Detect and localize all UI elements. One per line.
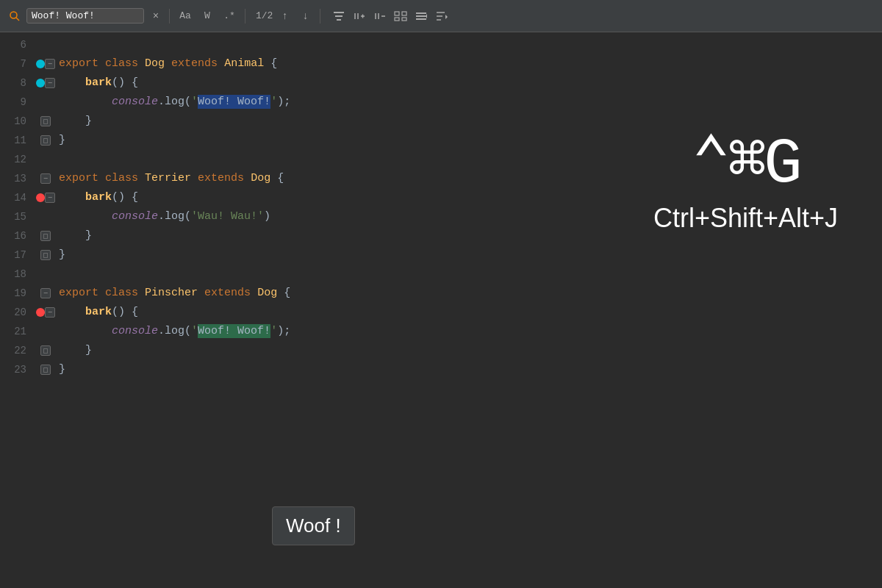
search-input-wrapper[interactable]: Woof! Woof! [26, 8, 144, 24]
line-num-18: 18 [0, 265, 35, 284]
fold-7[interactable]: − [45, 59, 55, 69]
fold-8[interactable]: − [45, 78, 55, 88]
gutter-9 [35, 93, 56, 112]
code-line-18: 18 [0, 265, 882, 284]
match-count: 1/2 [256, 10, 273, 21]
code-content-10: } [56, 112, 882, 131]
fold-19[interactable]: − [40, 288, 51, 298]
code-content-9: console.log('Woof! Woof!'); [56, 93, 882, 112]
filter-button[interactable] [329, 7, 348, 25]
code-line-6: 6 [0, 35, 882, 54]
code-content-12 [56, 150, 882, 169]
breakpoint-8[interactable] [36, 79, 45, 87]
fold-11[interactable]: □ [40, 135, 51, 146]
svg-rect-16 [416, 12, 426, 14]
code-content-20: bark() { [56, 303, 882, 322]
add-occurrence-button[interactable] [350, 7, 369, 25]
gutter-12 [35, 150, 56, 169]
gutter-8[interactable]: − [35, 74, 56, 93]
search-icon[interactable] [6, 7, 24, 25]
remove-occurrence-button[interactable] [370, 7, 390, 25]
svg-rect-15 [402, 18, 406, 21]
breakpoint-20[interactable] [36, 308, 45, 317]
line-select-button[interactable] [412, 7, 431, 25]
gutter-6 [35, 35, 56, 54]
gutter-21 [35, 322, 56, 341]
line-num-17: 17 [0, 245, 35, 265]
line-num-19: 19 [0, 284, 35, 303]
fold-16[interactable]: □ [40, 231, 51, 241]
fold-14[interactable]: − [45, 193, 55, 203]
gutter-19[interactable]: − [35, 284, 56, 303]
code-line-20: 20 − bark() { [0, 303, 882, 322]
line-num-11: 11 [0, 131, 35, 150]
svg-rect-4 [337, 19, 341, 21]
svg-rect-14 [395, 18, 399, 21]
svg-rect-2 [334, 12, 344, 13]
code-line-15: 15 console.log('Wau! Wau!') [0, 207, 882, 226]
fold-20[interactable]: − [45, 307, 55, 318]
code-content-19: export class Pinscher extends Dog { [56, 284, 882, 303]
match-case-button[interactable]: Aa [176, 7, 195, 25]
gutter-22[interactable]: □ [35, 341, 56, 360]
code-container: 6 7 − export class Dog extends Animal { … [0, 32, 882, 379]
search-bar: Woof! Woof! × Aa W .* 1/2 ↑ ↓ [0, 0, 882, 32]
breakpoint-7[interactable] [36, 60, 45, 68]
code-line-9: 9 console.log('Woof! Woof!'); [0, 93, 882, 112]
code-content-11: } [56, 131, 882, 150]
svg-rect-3 [335, 15, 343, 17]
svg-rect-17 [416, 15, 426, 17]
gutter-16[interactable]: □ [35, 226, 56, 245]
code-content-23: } [56, 360, 882, 379]
divider-3 [320, 9, 320, 24]
fold-10[interactable]: □ [40, 116, 51, 126]
line-num-22: 22 [0, 341, 35, 360]
line-num-10: 10 [0, 112, 35, 131]
code-content-8: bark() { [56, 74, 882, 93]
line-num-14: 14 [0, 188, 35, 207]
code-line-17: 17 □ } [0, 245, 882, 265]
prev-match-button[interactable]: ↑ [276, 7, 293, 25]
svg-marker-19 [426, 14, 427, 18]
code-content-17: } [56, 245, 882, 265]
fold-22[interactable]: □ [40, 345, 51, 356]
fold-17[interactable]: □ [40, 250, 51, 260]
line-num-23: 23 [0, 360, 35, 379]
code-line-13: 13 − export class Terrier extends Dog { [0, 169, 882, 188]
code-content-6 [56, 35, 882, 54]
line-num-9: 9 [0, 93, 35, 112]
regex-button[interactable]: .* [220, 7, 239, 25]
code-content-7: export class Dog extends Animal { [56, 54, 882, 74]
line-num-12: 12 [0, 150, 35, 169]
svg-rect-12 [395, 12, 399, 15]
search-close-button[interactable]: × [148, 9, 163, 24]
breakpoint-14[interactable] [36, 193, 45, 202]
select-all-button[interactable] [391, 7, 410, 25]
gutter-17[interactable]: □ [35, 245, 56, 265]
code-line-16: 16 □ } [0, 226, 882, 245]
code-line-22: 22 □ } [0, 341, 882, 360]
whole-word-button[interactable]: W [198, 7, 217, 25]
code-line-11: 11 □ } [0, 131, 882, 150]
filter-occurrences-button[interactable] [432, 7, 451, 25]
gutter-13[interactable]: − [35, 169, 56, 188]
code-content-16: } [56, 226, 882, 245]
gutter-20[interactable]: − [35, 303, 56, 322]
fold-23[interactable]: □ [40, 365, 51, 375]
code-content-15: console.log('Wau! Wau!') [56, 207, 882, 226]
gutter-14[interactable]: − [35, 188, 56, 207]
gutter-10[interactable]: □ [35, 112, 56, 131]
svg-rect-18 [416, 18, 426, 20]
code-line-8: 8 − bark() { [0, 74, 882, 93]
code-line-21: 21 console.log('Woof! Woof!'); [0, 322, 882, 341]
svg-marker-23 [445, 15, 448, 19]
fold-13[interactable]: − [40, 173, 51, 184]
divider-2 [245, 9, 245, 24]
next-match-button[interactable]: ↓ [296, 7, 314, 25]
gutter-11[interactable]: □ [35, 131, 56, 150]
code-editor: 6 7 − export class Dog extends Animal { … [0, 32, 882, 588]
gutter-23[interactable]: □ [35, 360, 56, 379]
svg-line-1 [16, 18, 19, 21]
gutter-7[interactable]: − [35, 54, 56, 74]
code-content-14: bark() { [56, 188, 882, 207]
